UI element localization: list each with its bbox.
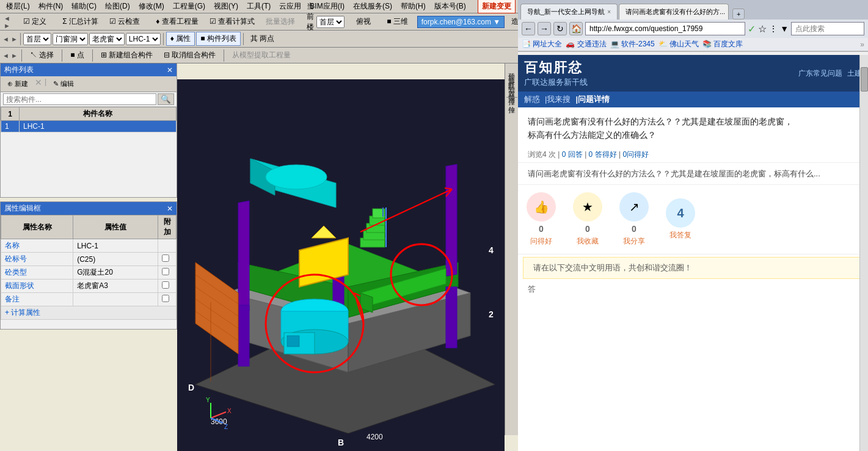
new-change-btn[interactable]: 新建变更 bbox=[478, 0, 516, 13]
bookmark-weather[interactable]: ⛅ 佛山天气 bbox=[658, 39, 699, 49]
viewport-3d[interactable]: D B 3600 4200 2 4 X Y Z bbox=[177, 79, 505, 451]
menu-gongliang[interactable]: 工程量(G) bbox=[169, 0, 209, 13]
vtb-stretch[interactable]: 拉伸 bbox=[506, 92, 517, 95]
vtb-offset[interactable]: 偏移 bbox=[506, 87, 517, 91]
prop-add-4[interactable] bbox=[162, 281, 169, 289]
address-input[interactable] bbox=[585, 22, 745, 35]
comp-name-select[interactable]: 老虎窗 bbox=[89, 33, 125, 45]
btn-view-qty[interactable]: ♦ 查看工程量 bbox=[151, 15, 202, 29]
btn-collect[interactable]: ★ 0 我收藏 bbox=[569, 192, 606, 247]
menu-huitu[interactable]: 绘图(D) bbox=[101, 0, 134, 13]
vtb-trim[interactable]: 修剪 bbox=[506, 70, 517, 74]
bookmark-traffic[interactable]: 🚗 交通违法 bbox=[566, 39, 606, 49]
btn-select[interactable]: ↖ 选择 bbox=[26, 48, 58, 62]
search-btn[interactable]: 🔍 bbox=[158, 93, 174, 105]
menu-help[interactable]: 帮助(H) bbox=[397, 0, 429, 13]
menu-version[interactable]: 版本号(B) bbox=[431, 0, 470, 13]
btn-new-combo[interactable]: ⊞ 新建组合构件 bbox=[97, 48, 157, 62]
calc-attr-label[interactable]: + 计算属性 bbox=[1, 306, 177, 320]
btn-reply[interactable]: 4 我答复 bbox=[662, 198, 699, 240]
vtb-align[interactable]: 对齐 bbox=[506, 83, 517, 87]
del-icon[interactable]: ✕ bbox=[35, 78, 42, 90]
menu-gojian[interactable]: 构件(N) bbox=[35, 0, 67, 13]
floor-select[interactable]: 首层 bbox=[316, 16, 345, 28]
dropdown-icon[interactable]: ▼ bbox=[780, 24, 789, 34]
tab-nav-close[interactable]: × bbox=[607, 9, 611, 15]
bookmark-more[interactable]: » bbox=[860, 40, 864, 49]
vtb-extend[interactable]: 延伸 bbox=[506, 66, 517, 70]
tb2-arrow[interactable]: ◄ ► bbox=[2, 35, 18, 43]
vtb-split[interactable]: 分割 bbox=[506, 79, 517, 82]
btn-forpk[interactable]: forpk.chen@163.com ▼ bbox=[417, 16, 505, 28]
tab-question[interactable]: 请问画老虎窗有没有什么好的方... × bbox=[619, 4, 729, 20]
menu-yunyingyong[interactable]: 云应用 bbox=[275, 0, 305, 13]
btn-define[interactable]: ☑ 定义 bbox=[19, 15, 51, 29]
prop-val-1[interactable]: LHC-1 bbox=[73, 239, 158, 253]
stats-good-answers[interactable]: 0 答得好 bbox=[589, 150, 617, 159]
search-input[interactable] bbox=[3, 93, 156, 105]
menu-shitu[interactable]: 视图(Y) bbox=[210, 0, 242, 13]
stats-good-questions[interactable]: 0问得好 bbox=[622, 150, 649, 159]
btn-cloud-check[interactable]: ☑ 云检查 bbox=[105, 15, 144, 29]
nav-back-btn[interactable]: ← bbox=[522, 22, 535, 35]
scrollbar-thumb[interactable] bbox=[861, 67, 868, 92]
comp-type-select[interactable]: 门窗洞 bbox=[53, 33, 88, 45]
props-close[interactable]: ✕ bbox=[167, 204, 173, 213]
btn-batch-select[interactable]: 批量选择 bbox=[261, 15, 299, 29]
stats-answers[interactable]: 0 回答 bbox=[562, 150, 583, 159]
btn-calc[interactable]: Σ 汇总计算 bbox=[58, 15, 103, 29]
nav-refresh-btn[interactable]: ↻ bbox=[553, 22, 567, 35]
menu-gongju[interactable]: 工具(T) bbox=[243, 0, 274, 13]
btn-view-formula[interactable]: ☑ 查看计算式 bbox=[205, 15, 259, 29]
bookmark-urls[interactable]: 📑 网址大全 bbox=[522, 39, 562, 49]
extend-icon[interactable]: ⋮ bbox=[769, 24, 778, 34]
prop-val-2[interactable]: (C25) bbox=[73, 253, 158, 266]
prop-val-3[interactable]: G混凝土20 bbox=[73, 266, 158, 280]
btn-3d[interactable]: ■ 三维 bbox=[382, 15, 412, 29]
btn-price[interactable]: 造价豆: 0 💰 bbox=[507, 15, 518, 29]
browser-search-input[interactable] bbox=[791, 22, 864, 35]
browser-scrollbar[interactable] bbox=[859, 55, 868, 451]
bookmark-star[interactable]: ☆ bbox=[758, 23, 767, 35]
nav-jiehuo[interactable]: 解惑 bbox=[524, 94, 540, 105]
prop-val-5[interactable] bbox=[73, 293, 158, 306]
comp-id-select[interactable]: LHC-1 bbox=[126, 33, 161, 45]
nav-search[interactable]: |我来搜 bbox=[545, 94, 571, 105]
new-tab-btn[interactable]: + bbox=[732, 9, 745, 20]
btn-edit-comp[interactable]: ✎ 编辑 bbox=[49, 78, 78, 90]
menu-xiugai[interactable]: 修改(M) bbox=[135, 0, 168, 13]
btn-good-question[interactable]: 👍 0 问得好 bbox=[523, 192, 560, 247]
link-guangdong[interactable]: 广东常见问题 bbox=[798, 68, 842, 79]
prop-val-4[interactable]: 老虎窗A3 bbox=[73, 280, 158, 293]
menu-online[interactable]: 在线服务(S) bbox=[349, 0, 396, 13]
tb1-arrow[interactable]: ◄ ► bbox=[2, 15, 12, 29]
btn-top-view[interactable]: 俯视 bbox=[352, 15, 375, 29]
prop-add-5[interactable] bbox=[162, 295, 169, 302]
tb3-arrow[interactable]: ◄ ► bbox=[2, 52, 18, 59]
btn-cancel-combo[interactable]: ⊟ 取消组合构件 bbox=[159, 48, 220, 62]
bookmark-software[interactable]: 💻 软件-2345 bbox=[610, 39, 655, 49]
btn-two-pts[interactable]: 其 两点 bbox=[246, 32, 279, 46]
comp-list-close[interactable]: ✕ bbox=[167, 66, 173, 74]
btn-extract-qty[interactable]: 从模型提取工程量 bbox=[228, 48, 295, 62]
btn-attr[interactable]: ♦ 属性 bbox=[166, 32, 195, 46]
btn-share[interactable]: ↗ 0 我分享 bbox=[616, 192, 652, 247]
menu-floorceng[interactable]: 楼层(L) bbox=[2, 0, 34, 13]
btn-point[interactable]: ■ 点 bbox=[66, 48, 89, 62]
tab-question-close[interactable]: × bbox=[728, 9, 729, 15]
calc-attr-row[interactable]: + 计算属性 bbox=[1, 306, 177, 320]
prop-add-3[interactable] bbox=[162, 268, 169, 275]
nav-home-btn[interactable]: 🏠 bbox=[569, 22, 583, 35]
tab-navigation[interactable]: 导航_新一代安全上网导航 × bbox=[520, 4, 618, 20]
prop-add-2[interactable] bbox=[162, 254, 169, 262]
menu-fuzu[interactable]: 辅助(C) bbox=[68, 0, 100, 13]
comp-row[interactable]: 1 LHC-1 bbox=[1, 121, 177, 132]
btn-new-comp[interactable]: ⊕ 新建 bbox=[3, 78, 32, 90]
nav-question-detail[interactable]: |问题详情 bbox=[575, 94, 610, 105]
vtb-break[interactable]: 打断 bbox=[506, 74, 517, 78]
btn-comp-list[interactable]: ■ 构件列表 bbox=[196, 32, 241, 46]
bookmark-baidu[interactable]: 📚 百度文库 bbox=[702, 39, 743, 49]
nav-forward-btn[interactable]: → bbox=[538, 22, 551, 35]
floor-select2[interactable]: 首层 bbox=[23, 33, 51, 45]
vtb-pull[interactable]: 拉伸 bbox=[506, 99, 517, 103]
